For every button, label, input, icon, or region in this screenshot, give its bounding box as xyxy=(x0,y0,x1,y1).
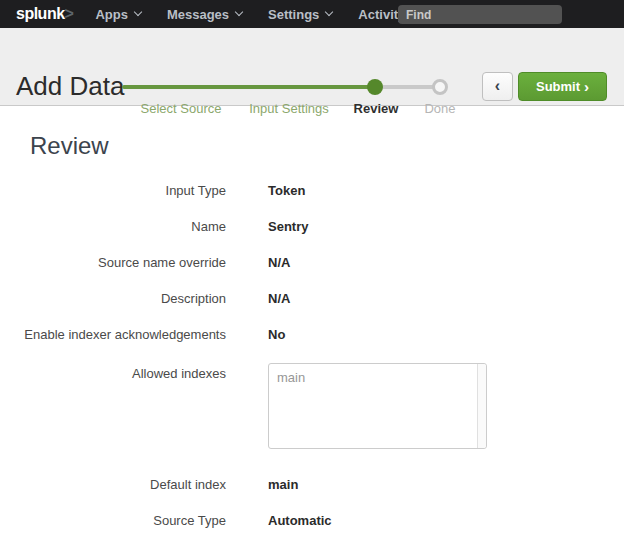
field-label: Enable indexer acknowledgements xyxy=(0,327,226,342)
field-label: Default index xyxy=(0,477,226,492)
field-row: Source name overrideN/A xyxy=(0,255,624,270)
field-value: Automatic xyxy=(268,513,332,528)
scrollbar[interactable] xyxy=(477,364,486,448)
field-value: No xyxy=(268,327,285,342)
field-row: DescriptionN/A xyxy=(0,291,624,306)
field-value: main xyxy=(268,477,298,492)
progress-line-todo xyxy=(375,85,440,89)
splunk-logo-chevron-icon: > xyxy=(65,5,74,22)
field-row: NameSentry xyxy=(0,219,624,234)
field-label: Source Type xyxy=(0,513,226,528)
page-title: Add Data xyxy=(16,71,124,102)
field-label: Name xyxy=(0,219,226,234)
chevron-right-icon: › xyxy=(584,78,589,95)
nav-item-label: Apps xyxy=(95,7,128,22)
nav-item-messages[interactable]: Messages xyxy=(167,7,242,22)
caret-down-icon xyxy=(134,8,142,16)
find-input[interactable] xyxy=(398,5,562,24)
progress-pending-ring xyxy=(432,79,448,95)
chevron-left-icon: ‹ xyxy=(495,77,500,95)
caret-down-icon xyxy=(235,8,243,16)
nav-item-settings[interactable]: Settings xyxy=(268,7,332,22)
progress-current-dot xyxy=(367,79,383,95)
back-button[interactable]: ‹ xyxy=(482,72,513,101)
caret-down-icon xyxy=(325,8,333,16)
progress-line-done xyxy=(122,85,375,89)
field-row: Input TypeToken xyxy=(0,183,624,198)
wizard-header: Add Data Select SourceInput SettingsRevi… xyxy=(0,28,624,106)
field-row: Enable indexer acknowledgementsNo xyxy=(0,327,624,342)
allowed-indexes-listbox[interactable]: main xyxy=(268,363,487,449)
field-label: Input Type xyxy=(0,183,226,198)
review-heading: Review xyxy=(30,132,624,160)
top-nav: splunk> AppsMessagesSettingsActivity xyxy=(0,0,624,28)
nav-item-label: Messages xyxy=(167,7,229,22)
field-value: Token xyxy=(268,183,305,198)
field-value: N/A xyxy=(268,291,290,306)
fields-bottom: Default indexmainSource TypeAutomatic xyxy=(0,477,624,528)
field-row: Source TypeAutomatic xyxy=(0,513,624,528)
nav-menu: AppsMessagesSettingsActivity xyxy=(95,7,444,22)
splunk-logo-text: splunk xyxy=(16,5,65,22)
field-label: Description xyxy=(0,291,226,306)
field-label: Allowed indexes xyxy=(0,363,226,381)
field-value: Sentry xyxy=(268,219,308,234)
submit-button-label: Submit xyxy=(536,79,580,94)
listbox-item: main xyxy=(277,370,468,386)
submit-button[interactable]: Submit› xyxy=(518,72,607,101)
field-label: Source name override xyxy=(0,255,226,270)
allowed-indexes-row: Allowed indexes main xyxy=(0,363,624,449)
review-panel: Review Input TypeTokenNameSentrySource n… xyxy=(0,107,624,549)
field-row: Default indexmain xyxy=(0,477,624,492)
nav-item-apps[interactable]: Apps xyxy=(95,7,141,22)
nav-item-label: Settings xyxy=(268,7,319,22)
fields-top: Input TypeTokenNameSentrySource name ove… xyxy=(0,183,624,342)
field-value: N/A xyxy=(268,255,290,270)
splunk-logo: splunk> xyxy=(16,5,73,23)
